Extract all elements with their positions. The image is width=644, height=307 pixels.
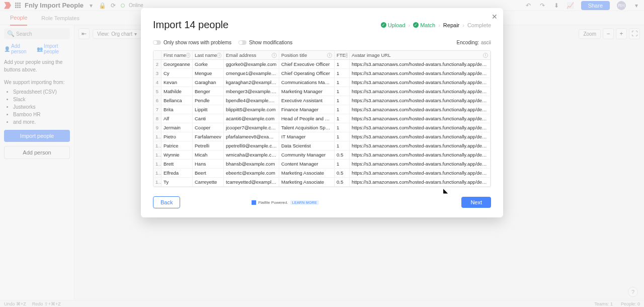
table-cell[interactable]: kgaraghan2@example.com — [224, 78, 279, 87]
table-row[interactable]: 14ElfredaBeertebeertc@example.comMarketi… — [153, 169, 491, 178]
table-cell[interactable]: Elfreda — [162, 169, 193, 177]
table-row[interactable]: 3CyMenguecmengue1@example.comChief Opera… — [153, 69, 491, 78]
table-cell[interactable]: Gorke — [193, 60, 224, 68]
table-cell[interactable]: Kevan — [162, 78, 193, 87]
table-cell[interactable]: tcarreyetted@example.com — [224, 178, 279, 186]
table-cell[interactable]: https://s3.amazonaws.com/hosted-avatars.… — [350, 132, 491, 141]
table-cell[interactable]: Alf — [162, 114, 193, 123]
table-cell[interactable]: Benger — [193, 87, 224, 96]
table-cell[interactable]: 11 — [153, 141, 162, 150]
table-row[interactable]: 8AlfCantiacanti6@example.comHead of Peop… — [153, 114, 491, 123]
table-cell[interactable]: Talent Acquisition Specialist — [279, 123, 335, 132]
table-cell[interactable]: 0.5 — [335, 169, 350, 177]
table-cell[interactable]: Pendle — [193, 96, 224, 105]
table-cell[interactable]: Executive Assistant — [279, 96, 335, 105]
table-cell[interactable]: 1 — [335, 160, 350, 168]
table-cell[interactable]: Beert — [193, 169, 224, 177]
table-cell[interactable]: Micah — [193, 150, 224, 159]
table-cell[interactable]: ggorke0@example.com — [224, 60, 279, 68]
table-cell[interactable]: 1 — [335, 132, 350, 141]
table-cell[interactable]: 1 — [335, 105, 350, 114]
table-cell[interactable]: https://s3.amazonaws.com/hosted-avatars.… — [350, 141, 491, 150]
table-cell[interactable]: 1 — [335, 96, 350, 105]
table-cell[interactable]: 10 — [153, 132, 162, 141]
table-cell[interactable]: https://s3.amazonaws.com/hosted-avatars.… — [350, 114, 491, 123]
table-cell[interactable]: 2 — [153, 60, 162, 68]
table-cell[interactable]: 1 — [335, 114, 350, 123]
info-icon[interactable]: i — [217, 53, 221, 58]
table-cell[interactable]: Hans — [193, 160, 224, 168]
table-cell[interactable]: https://s3.amazonaws.com/hosted-avatars.… — [350, 105, 491, 114]
info-icon[interactable]: i — [272, 53, 277, 58]
table-cell[interactable]: Brita — [162, 105, 193, 114]
table-cell[interactable]: Carreyette — [193, 178, 224, 186]
modal-scrim[interactable]: ✕ Import 14 people ✓Upload › ✓Match › Re… — [0, 0, 644, 307]
table-cell[interactable]: Marketing Manager — [279, 87, 335, 96]
table-cell[interactable]: Marketing Associate — [279, 178, 335, 186]
col-header[interactable]: Email addressi — [224, 51, 279, 59]
table-cell[interactable]: wmicaha@example.com — [224, 150, 279, 159]
table-cell[interactable]: Farfalameev — [193, 132, 224, 141]
table-cell[interactable]: 1 — [335, 69, 350, 78]
table-cell[interactable]: Chief Executive Officer — [279, 60, 335, 68]
table-cell[interactable]: 13 — [153, 160, 162, 168]
table-cell[interactable]: 0.5 — [335, 178, 350, 186]
info-icon[interactable]: i — [327, 53, 332, 58]
table-cell[interactable]: Cooper — [193, 123, 224, 132]
table-cell[interactable]: ppetrelli9@example.com — [224, 141, 279, 150]
table-row[interactable]: 11PatricePetrellippetrelli9@example.comD… — [153, 141, 491, 150]
table-cell[interactable]: 0.5 — [335, 150, 350, 159]
table-cell[interactable]: Marketing Associate — [279, 169, 335, 177]
table-cell[interactable]: Finance Manager — [279, 105, 335, 114]
col-header[interactable]: Avatar image URLi — [350, 51, 491, 59]
table-cell[interactable]: Georgeanne — [162, 60, 193, 68]
next-button[interactable]: Next — [461, 197, 491, 208]
table-cell[interactable]: Mengue — [193, 69, 224, 78]
table-cell[interactable]: https://s3.amazonaws.com/hosted-avatars.… — [350, 69, 491, 78]
table-cell[interactable]: https://s3.amazonaws.com/hosted-avatars.… — [350, 169, 491, 177]
table-cell[interactable]: 8 — [153, 114, 162, 123]
table-cell[interactable]: IT Manager — [279, 132, 335, 141]
table-row[interactable]: 10PietroFarfalameevpfarfalameev8@example… — [153, 132, 491, 141]
table-cell[interactable]: 15 — [153, 178, 162, 186]
table-cell[interactable]: 9 — [153, 123, 162, 132]
table-cell[interactable]: Head of People and Culture — [279, 114, 335, 123]
table-cell[interactable]: 3 — [153, 69, 162, 78]
table-cell[interactable]: 5 — [153, 87, 162, 96]
col-header[interactable]: First namei — [162, 51, 193, 59]
table-cell[interactable]: Data Scientist — [279, 141, 335, 150]
table-cell[interactable]: 7 — [153, 105, 162, 114]
table-cell[interactable]: acanti6@example.com — [224, 114, 279, 123]
table-cell[interactable]: 1 — [335, 123, 350, 132]
flatfile-badge[interactable]: Flatfile Powered. LEARN MORE — [252, 200, 319, 205]
table-cell[interactable]: Bellanca — [162, 96, 193, 105]
table-row[interactable]: 15TyCarreyettetcarreyetted@example.comMa… — [153, 178, 491, 187]
table-cell[interactable]: Petrelli — [193, 141, 224, 150]
learn-more-link[interactable]: LEARN MORE — [290, 200, 319, 205]
table-cell[interactable]: Communications Manager — [279, 78, 335, 87]
table-cell[interactable]: https://s3.amazonaws.com/hosted-avatars.… — [350, 123, 491, 132]
table-cell[interactable]: 14 — [153, 169, 162, 177]
table-row[interactable]: 13BrettHansbhansb@example.comContent Man… — [153, 160, 491, 169]
table-cell[interactable]: Canti — [193, 114, 224, 123]
table-cell[interactable]: Ty — [162, 178, 193, 186]
info-icon[interactable]: i — [346, 53, 348, 58]
table-cell[interactable]: https://s3.amazonaws.com/hosted-avatars.… — [350, 96, 491, 105]
table-row[interactable]: 12WynnieMicahwmicaha@example.comCommunit… — [153, 150, 491, 160]
info-icon[interactable]: i — [483, 53, 488, 58]
table-cell[interactable]: bhansb@example.com — [224, 160, 279, 168]
table-cell[interactable]: https://s3.amazonaws.com/hosted-avatars.… — [350, 87, 491, 96]
toggle-modifications[interactable]: Show modifications — [238, 40, 292, 45]
col-header[interactable]: Last namei — [193, 51, 224, 59]
table-cell[interactable]: https://s3.amazonaws.com/hosted-avatars.… — [350, 178, 491, 186]
table-cell[interactable]: 12 — [153, 150, 162, 159]
table-cell[interactable]: Chief Operating Officer — [279, 69, 335, 78]
table-cell[interactable]: 1 — [335, 141, 350, 150]
close-icon[interactable]: ✕ — [490, 12, 499, 21]
table-cell[interactable]: 1 — [335, 60, 350, 68]
table-cell[interactable]: Content Manager — [279, 160, 335, 168]
info-icon[interactable]: i — [186, 53, 190, 58]
toggle-problems[interactable]: Only show rows with problems — [153, 40, 231, 45]
table-cell[interactable]: Community Manager — [279, 150, 335, 159]
table-row[interactable]: 2GeorgeanneGorkeggorke0@example.comChief… — [153, 60, 491, 69]
